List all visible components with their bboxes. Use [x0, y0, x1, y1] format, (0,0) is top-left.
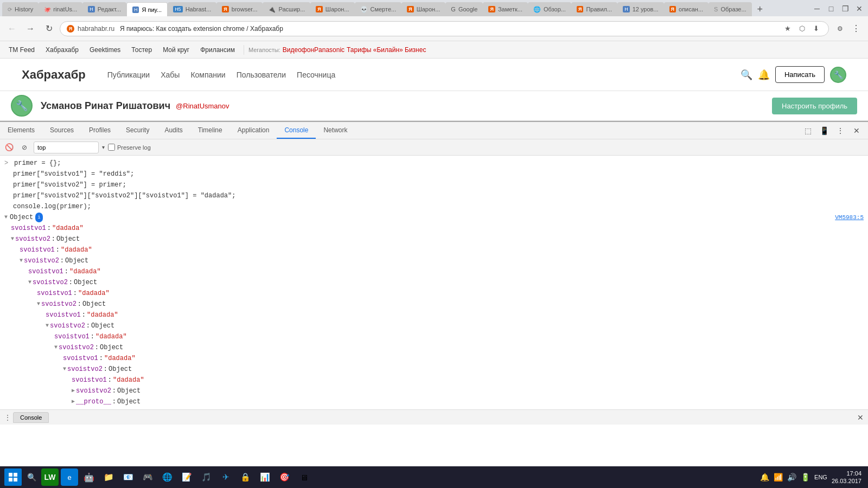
forward-button[interactable]: →: [23, 21, 38, 36]
tab-sharon2[interactable]: Я Шарон...: [401, 2, 445, 16]
tab-opisanie[interactable]: Я описан...: [664, 2, 709, 16]
tab-history[interactable]: ⟳ History: [2, 2, 39, 16]
devtools-more-button[interactable]: ⋮: [833, 124, 847, 138]
download-icon[interactable]: ⬇: [810, 23, 822, 35]
console-filter-button[interactable]: ⊘: [18, 142, 30, 153]
tab-rashir[interactable]: 🔌 Расшир...: [263, 2, 310, 16]
taskbar-app-analytics[interactable]: 📊: [256, 468, 273, 486]
devtools-close-button[interactable]: ✕: [850, 124, 864, 138]
taskbar-app-android[interactable]: 🤖: [80, 468, 98, 486]
maximize-button[interactable]: □: [825, 2, 838, 15]
user-avatar-header[interactable]: 🔧: [830, 67, 846, 83]
tab-habr[interactable]: H5 Habrast...: [168, 2, 216, 16]
menu-button[interactable]: ⋮: [848, 21, 864, 36]
tab-zametki[interactable]: Я Заметк...: [483, 2, 528, 16]
devtools-tab-sources[interactable]: Sources: [42, 122, 81, 139]
bookmark-habr[interactable]: Хабрахабр: [41, 44, 83, 55]
megapost-videopan[interactable]: ВидеофонPanasonic: [283, 46, 344, 54]
expand-icon-s2-l4[interactable]: ▼: [37, 299, 40, 309]
taskbar-clock[interactable]: 17:04 26.03.2017: [832, 470, 861, 485]
devtools-bottom-close[interactable]: ✕: [857, 413, 864, 422]
new-tab-button[interactable]: +: [752, 2, 768, 16]
expand-icon-s2-l5[interactable]: ▼: [46, 321, 49, 331]
taskbar-language[interactable]: ENG: [814, 474, 827, 480]
console-content[interactable]: > primer = {}; primer["svoistvo1"] = "re…: [0, 156, 868, 409]
expand-icon-proto-l8[interactable]: ▶: [72, 397, 75, 407]
search-icon[interactable]: 🔍: [741, 69, 752, 81]
tray-battery-icon[interactable]: 🔋: [801, 473, 810, 481]
bookmark-toster[interactable]: Тостер: [127, 44, 156, 55]
habr-logo[interactable]: Хабрахабр: [22, 68, 86, 82]
tab-rinatusmanov[interactable]: 🐙 rinatUs...: [39, 2, 82, 16]
taskbar-app-mail[interactable]: 📧: [119, 468, 137, 486]
console-clear-button[interactable]: 🚫: [3, 142, 15, 153]
preserve-log-label[interactable]: Preserve log: [108, 144, 151, 151]
console-filter-dropdown[interactable]: ▾: [102, 144, 105, 150]
expand-icon-s2-l3[interactable]: ▼: [28, 278, 31, 287]
vm-link[interactable]: VM5983:5: [835, 213, 864, 222]
tab-browser[interactable]: Я browser...: [216, 2, 263, 16]
nav-hubs[interactable]: Хабы: [161, 70, 180, 79]
taskbar-app-target[interactable]: 🎯: [276, 468, 293, 486]
tab-yapiu[interactable]: H Я пиу...: [126, 2, 168, 16]
obj-svoistvo2-l1[interactable]: ▼ svoistvo2: Object: [0, 234, 868, 245]
tab-pravila[interactable]: Я Правил...: [571, 2, 617, 16]
tab-redaktor[interactable]: H Редакт...: [82, 2, 126, 16]
close-button[interactable]: ✕: [853, 2, 866, 15]
expand-icon-s2-l8[interactable]: ▶: [72, 386, 75, 396]
obj-svoistvo2-l5[interactable]: ▼ svoistvo2: Object: [0, 320, 868, 331]
inspect-element-button[interactable]: ⬚: [801, 124, 815, 138]
taskbar-app-explorer[interactable]: 📁: [100, 468, 117, 486]
object-root-line[interactable]: ▼ Object i VM5983:5: [0, 212, 868, 223]
taskbar-search-button[interactable]: 🔍: [24, 470, 39, 485]
obj-proto-l8[interactable]: ▶ __proto__: Object: [0, 396, 868, 407]
taskbar-app-security[interactable]: 🔒: [237, 468, 254, 486]
bookmark-geektimes[interactable]: Geektimes: [85, 44, 125, 55]
object-expand-icon[interactable]: ▼: [4, 213, 8, 222]
minimize-button[interactable]: ─: [810, 2, 824, 15]
taskbar-app-game[interactable]: 🎮: [139, 468, 156, 486]
nav-companies[interactable]: Компании: [190, 70, 225, 79]
taskbar-app-edge[interactable]: e: [61, 468, 78, 486]
restore-button[interactable]: ❐: [839, 2, 852, 15]
devtools-tab-application[interactable]: Application: [230, 122, 277, 139]
devtools-tab-security[interactable]: Security: [118, 122, 157, 139]
tab-12urok[interactable]: H 12 уров...: [617, 2, 663, 16]
obj-svoistvo2-l8-collapsed[interactable]: ▶ svoistvo2: Object: [0, 386, 868, 396]
console-bottom-tab[interactable]: Console: [13, 412, 49, 423]
devtools-tab-elements[interactable]: Elements: [0, 122, 42, 139]
device-mode-button[interactable]: 📱: [817, 124, 831, 138]
obj-svoistvo2-l6[interactable]: ▼ svoistvo2: Object: [0, 342, 868, 353]
nav-users[interactable]: Пользователи: [237, 70, 286, 79]
notifications-icon[interactable]: 🔔: [758, 69, 770, 81]
taskbar-app-notion[interactable]: 📝: [178, 468, 195, 486]
devtools-tab-profiles[interactable]: Profiles: [81, 122, 118, 139]
expand-icon-s2-l6[interactable]: ▼: [54, 343, 58, 352]
tray-volume-icon[interactable]: 🔊: [787, 473, 796, 481]
tab-google[interactable]: G Google: [445, 2, 483, 16]
console-filter-input[interactable]: [34, 142, 99, 153]
devtools-tab-network[interactable]: Network: [316, 122, 355, 139]
bookmark-icon[interactable]: ★: [782, 23, 794, 35]
bookmark-tmfeed[interactable]: TM Feed: [4, 44, 39, 55]
obj-svoistvo2-l4[interactable]: ▼ svoistvo2: Object: [0, 299, 868, 310]
extensions-button[interactable]: ⚙: [832, 21, 847, 36]
expand-icon-s2-l7[interactable]: ▼: [63, 364, 66, 374]
obj-svoistvo2-l7[interactable]: ▼ svoistvo2: Object: [0, 364, 868, 375]
nav-sandbox[interactable]: Песочница: [297, 70, 335, 79]
setup-profile-button[interactable]: Настроить профиль: [772, 98, 857, 114]
devtools-tab-console[interactable]: Console: [277, 122, 316, 139]
expand-icon-s2-l2[interactable]: ▼: [20, 256, 23, 266]
taskbar-app-lw[interactable]: LW: [41, 468, 59, 486]
start-button[interactable]: [4, 468, 22, 486]
refresh-button[interactable]: ↻: [41, 21, 56, 36]
devtools-tab-audits[interactable]: Audits: [157, 122, 190, 139]
cast-icon[interactable]: ⬡: [796, 23, 808, 35]
taskbar-app-telegram[interactable]: ✈: [217, 468, 234, 486]
tray-notifications-icon[interactable]: 🔔: [760, 473, 769, 481]
tab-obrazec[interactable]: S Образе...: [709, 2, 752, 16]
obj-svoistvo2-l3[interactable]: ▼ svoistvo2: Object: [0, 277, 868, 288]
expand-icon-s2-l1[interactable]: ▼: [11, 234, 14, 244]
devtools-tab-timeline[interactable]: Timeline: [190, 122, 230, 139]
nav-publications[interactable]: Публикации: [107, 70, 150, 79]
